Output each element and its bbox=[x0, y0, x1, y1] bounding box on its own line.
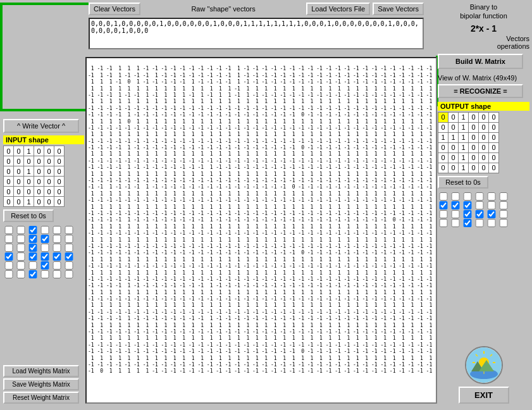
cb[interactable] bbox=[51, 252, 63, 261]
cell[interactable]: 0 bbox=[479, 142, 489, 152]
cell[interactable]: 0 bbox=[438, 142, 448, 152]
cell[interactable]: 0 bbox=[448, 122, 459, 132]
cell[interactable]: 0 bbox=[479, 132, 489, 142]
cb[interactable] bbox=[51, 270, 63, 278]
cb[interactable] bbox=[39, 261, 51, 270]
build-w-button[interactable]: Build W. Matrix bbox=[438, 54, 523, 69]
cell[interactable]: 1 bbox=[24, 197, 34, 207]
cb[interactable] bbox=[15, 252, 27, 261]
cb[interactable] bbox=[462, 219, 473, 227]
cb[interactable] bbox=[3, 226, 15, 234]
cell[interactable]: 0 bbox=[4, 156, 14, 166]
cb[interactable] bbox=[27, 261, 39, 270]
cell[interactable]: 0 bbox=[479, 122, 489, 132]
cb[interactable] bbox=[39, 226, 51, 234]
cell[interactable]: 0 bbox=[44, 156, 54, 166]
cb[interactable] bbox=[63, 235, 75, 243]
cb[interactable] bbox=[27, 244, 39, 252]
cell[interactable]: 1 bbox=[24, 146, 34, 156]
cell[interactable]: 0 bbox=[469, 142, 479, 152]
cell[interactable]: 0 bbox=[448, 112, 459, 122]
cb[interactable] bbox=[438, 219, 449, 227]
cell[interactable]: 0 bbox=[34, 166, 44, 177]
cb[interactable] bbox=[27, 235, 39, 243]
cb[interactable] bbox=[39, 244, 51, 252]
cell[interactable]: 0 bbox=[24, 187, 34, 197]
cb[interactable] bbox=[27, 226, 39, 234]
cell[interactable]: 0 bbox=[54, 197, 65, 207]
cell[interactable]: 0 bbox=[54, 177, 65, 187]
cell[interactable]: 0 bbox=[44, 166, 54, 177]
cb[interactable] bbox=[486, 201, 497, 209]
cell[interactable]: 0 bbox=[438, 112, 448, 122]
write-vector-button[interactable]: ^ Write Vector ^ bbox=[3, 119, 79, 133]
cell[interactable]: 0 bbox=[448, 142, 459, 152]
cell[interactable]: 1 bbox=[24, 166, 34, 177]
cb[interactable] bbox=[63, 270, 75, 278]
cb[interactable] bbox=[63, 226, 75, 234]
cb[interactable] bbox=[3, 244, 15, 252]
cb[interactable] bbox=[51, 261, 63, 270]
cell[interactable]: 0 bbox=[479, 152, 489, 163]
cb[interactable] bbox=[498, 192, 509, 201]
cb[interactable] bbox=[450, 219, 461, 227]
cell[interactable]: 0 bbox=[44, 146, 54, 156]
cb[interactable] bbox=[450, 201, 461, 209]
output-reset-button[interactable]: Reset to 0s bbox=[438, 176, 488, 189]
cell[interactable]: 0 bbox=[14, 156, 24, 166]
cb[interactable] bbox=[450, 192, 461, 201]
cell[interactable]: 0 bbox=[438, 163, 448, 173]
cell[interactable]: 0 bbox=[469, 112, 479, 122]
cb[interactable] bbox=[438, 210, 449, 218]
cb[interactable] bbox=[438, 192, 449, 201]
input-reset-button[interactable]: Reset to 0s bbox=[3, 209, 54, 222]
cell[interactable]: 0 bbox=[489, 112, 499, 122]
cell[interactable]: 0 bbox=[469, 163, 479, 173]
cb[interactable] bbox=[51, 244, 63, 252]
save-weights-button[interactable]: Save Weights Matrix bbox=[3, 378, 79, 390]
cell[interactable]: 0 bbox=[489, 132, 499, 142]
cell[interactable]: 0 bbox=[489, 122, 499, 132]
cell[interactable]: 0 bbox=[469, 122, 479, 132]
cell[interactable]: 0 bbox=[479, 163, 489, 173]
cb[interactable] bbox=[15, 261, 27, 270]
cb[interactable] bbox=[462, 201, 473, 209]
cell[interactable]: 0 bbox=[34, 156, 44, 166]
cell[interactable]: 0 bbox=[469, 132, 479, 142]
cb[interactable] bbox=[27, 252, 39, 261]
cell[interactable]: 0 bbox=[448, 152, 459, 163]
exit-button[interactable]: EXIT bbox=[459, 387, 509, 404]
cell[interactable]: 0 bbox=[44, 197, 54, 207]
cell[interactable]: 0 bbox=[14, 197, 24, 207]
cb[interactable] bbox=[3, 261, 15, 270]
cell[interactable]: 1 bbox=[459, 132, 469, 142]
cb[interactable] bbox=[39, 235, 51, 243]
cell[interactable]: 0 bbox=[44, 187, 54, 197]
cell[interactable]: 1 bbox=[459, 163, 469, 173]
cell[interactable]: 1 bbox=[459, 142, 469, 152]
cell[interactable]: 0 bbox=[4, 197, 14, 207]
cb[interactable] bbox=[486, 192, 497, 201]
cell[interactable]: 1 bbox=[438, 132, 448, 142]
cell[interactable]: 0 bbox=[448, 163, 459, 173]
clear-vectors-button[interactable]: Clear Vectors bbox=[89, 3, 140, 15]
cb[interactable] bbox=[15, 226, 27, 234]
cb[interactable] bbox=[63, 244, 75, 252]
cb[interactable] bbox=[15, 235, 27, 243]
cb[interactable] bbox=[498, 210, 509, 218]
cell[interactable]: 0 bbox=[4, 177, 14, 187]
cb[interactable] bbox=[15, 270, 27, 278]
cell[interactable]: 1 bbox=[459, 122, 469, 132]
cb[interactable] bbox=[498, 219, 509, 227]
cb[interactable] bbox=[51, 235, 63, 243]
cell[interactable]: 0 bbox=[438, 122, 448, 132]
cell[interactable]: 0 bbox=[24, 177, 34, 187]
vectors-input[interactable]: 0,0,0,1,0,0,0,0,0,1,0,0,0,0,0,0,1,0,0,0,… bbox=[89, 18, 424, 49]
cell[interactable]: 0 bbox=[54, 146, 65, 156]
cb[interactable] bbox=[474, 201, 485, 209]
cell[interactable]: 0 bbox=[14, 166, 24, 177]
cb[interactable] bbox=[3, 252, 15, 261]
cb[interactable] bbox=[39, 252, 51, 261]
cb[interactable] bbox=[474, 219, 485, 227]
cell[interactable]: 0 bbox=[34, 197, 44, 207]
